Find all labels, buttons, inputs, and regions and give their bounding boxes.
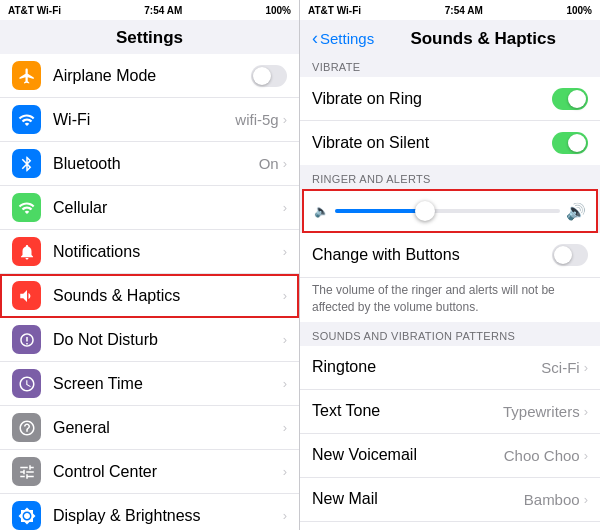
- settings-item-general[interactable]: General ›: [0, 406, 299, 450]
- airplane-toggle[interactable]: [251, 65, 287, 87]
- vibrate-ring-item[interactable]: Vibrate on Ring: [300, 77, 600, 121]
- disturb-label: Do Not Disturb: [53, 331, 283, 349]
- right-status-bar: AT&T Wi-Fi 7:54 AM 100%: [300, 0, 600, 20]
- back-label: Settings: [320, 30, 374, 47]
- settings-item-notifications[interactable]: Notifications ›: [0, 230, 299, 274]
- right-carrier: AT&T Wi-Fi: [308, 5, 361, 16]
- notifications-icon: [12, 237, 41, 266]
- settings-item-airplane[interactable]: Airplane Mode: [0, 54, 299, 98]
- right-title: Sounds & Haptics: [410, 29, 555, 49]
- sounds-label: Sounds & Haptics: [53, 287, 283, 305]
- right-content: VIBRATE Vibrate on Ring Vibrate on Silen…: [300, 55, 600, 530]
- display-label: Display & Brightness: [53, 507, 283, 525]
- bluetooth-value: On: [259, 155, 279, 172]
- slider-thumb[interactable]: [415, 201, 435, 221]
- wifi-chevron: ›: [283, 112, 287, 127]
- settings-item-cellular[interactable]: Cellular ›: [0, 186, 299, 230]
- ringer-slider[interactable]: [335, 209, 560, 213]
- settings-list: Airplane Mode Wi-Fi wifi-5g › Bluetooth …: [0, 54, 299, 530]
- settings-item-sounds[interactable]: Sounds & Haptics ›: [0, 274, 299, 318]
- settings-item-wifi[interactable]: Wi-Fi wifi-5g ›: [0, 98, 299, 142]
- new-mail-item[interactable]: New Mail Bamboo ›: [300, 478, 600, 522]
- change-label: Change with Buttons: [312, 246, 552, 264]
- volume-high-icon: 🔊: [566, 202, 586, 221]
- airplane-label: Airplane Mode: [53, 67, 251, 85]
- wifi-icon: [12, 105, 41, 134]
- cellular-icon: [12, 193, 41, 222]
- sounds-patterns-block: Ringtone Sci-Fi › Text Tone Typewriters …: [300, 346, 600, 530]
- ringtone-value: Sci-Fi: [541, 359, 579, 376]
- disturb-chevron: ›: [283, 332, 287, 347]
- general-label: General: [53, 419, 283, 437]
- text-tone-value: Typewriters: [503, 403, 580, 420]
- change-buttons-wrap: Change with Buttons: [300, 233, 600, 278]
- right-panel: AT&T Wi-Fi 7:54 AM 100% ‹ Settings Sound…: [300, 0, 600, 530]
- notifications-label: Notifications: [53, 243, 283, 261]
- vibrate-header: VIBRATE: [300, 55, 600, 77]
- sounds-patterns-header: SOUNDS AND VIBRATION PATTERNS: [300, 322, 600, 346]
- text-tone-chevron: ›: [584, 404, 588, 419]
- new-voicemail-item[interactable]: New Voicemail Choo Choo ›: [300, 434, 600, 478]
- left-nav-header: Settings: [0, 20, 299, 54]
- bluetooth-label: Bluetooth: [53, 155, 259, 173]
- ringer-slider-container: 🔈 🔊: [302, 189, 598, 233]
- left-battery: 100%: [265, 5, 291, 16]
- sounds-icon: [12, 281, 41, 310]
- text-tone-item[interactable]: Text Tone Typewriters ›: [300, 390, 600, 434]
- vibrate-silent-toggle[interactable]: [552, 132, 588, 154]
- change-buttons-item[interactable]: Change with Buttons: [300, 233, 600, 277]
- settings-item-disturb[interactable]: Do Not Disturb ›: [0, 318, 299, 362]
- cellular-chevron: ›: [283, 200, 287, 215]
- airplane-icon: [12, 61, 41, 90]
- vibrate-ring-toggle[interactable]: [552, 88, 588, 110]
- bluetooth-icon: [12, 149, 41, 178]
- ringer-header: RINGER AND ALERTS: [300, 165, 600, 189]
- display-icon: [12, 501, 41, 530]
- screentime-label: Screen Time: [53, 375, 283, 393]
- settings-item-control[interactable]: Control Center ›: [0, 450, 299, 494]
- general-chevron: ›: [283, 420, 287, 435]
- bluetooth-chevron: ›: [283, 156, 287, 171]
- control-icon: [12, 457, 41, 486]
- control-chevron: ›: [283, 464, 287, 479]
- screentime-icon: [12, 369, 41, 398]
- back-button[interactable]: ‹ Settings: [312, 28, 374, 49]
- change-buttons-toggle[interactable]: [552, 244, 588, 266]
- new-voicemail-chevron: ›: [584, 448, 588, 463]
- new-mail-value: Bamboo: [524, 491, 580, 508]
- sent-mail-item[interactable]: Sent Mail Swoosh ›: [300, 522, 600, 530]
- left-panel: AT&T Wi-Fi 7:54 AM 100% Settings Airplan…: [0, 0, 300, 530]
- general-icon: [12, 413, 41, 442]
- settings-item-screentime[interactable]: Screen Time ›: [0, 362, 299, 406]
- left-title: Settings: [116, 28, 183, 47]
- settings-item-display[interactable]: Display & Brightness ›: [0, 494, 299, 530]
- notifications-chevron: ›: [283, 244, 287, 259]
- cellular-label: Cellular: [53, 199, 283, 217]
- new-voicemail-value: Choo Choo: [504, 447, 580, 464]
- display-chevron: ›: [283, 508, 287, 523]
- screentime-chevron: ›: [283, 376, 287, 391]
- disturb-icon: [12, 325, 41, 354]
- slider-fill: [335, 209, 425, 213]
- new-mail-chevron: ›: [584, 492, 588, 507]
- ringtone-item[interactable]: Ringtone Sci-Fi ›: [300, 346, 600, 390]
- right-battery: 100%: [566, 5, 592, 16]
- wifi-value: wifi-5g: [235, 111, 278, 128]
- change-note: The volume of the ringer and alerts will…: [300, 278, 600, 322]
- vibrate-block: Vibrate on Ring Vibrate on Silent: [300, 77, 600, 165]
- right-time: 7:54 AM: [445, 5, 483, 16]
- text-tone-label: Text Tone: [312, 402, 503, 420]
- left-status-bar: AT&T Wi-Fi 7:54 AM 100%: [0, 0, 299, 20]
- vibrate-silent-item[interactable]: Vibrate on Silent: [300, 121, 600, 165]
- wifi-label: Wi-Fi: [53, 111, 235, 129]
- vibrate-silent-label: Vibrate on Silent: [312, 134, 552, 152]
- new-mail-label: New Mail: [312, 490, 524, 508]
- right-nav-header: ‹ Settings Sounds & Haptics: [300, 20, 600, 55]
- settings-item-bluetooth[interactable]: Bluetooth On ›: [0, 142, 299, 186]
- left-time: 7:54 AM: [144, 5, 182, 16]
- sounds-chevron: ›: [283, 288, 287, 303]
- ringtone-label: Ringtone: [312, 358, 541, 376]
- new-voicemail-label: New Voicemail: [312, 446, 504, 464]
- vibrate-ring-label: Vibrate on Ring: [312, 90, 552, 108]
- volume-low-icon: 🔈: [314, 204, 329, 218]
